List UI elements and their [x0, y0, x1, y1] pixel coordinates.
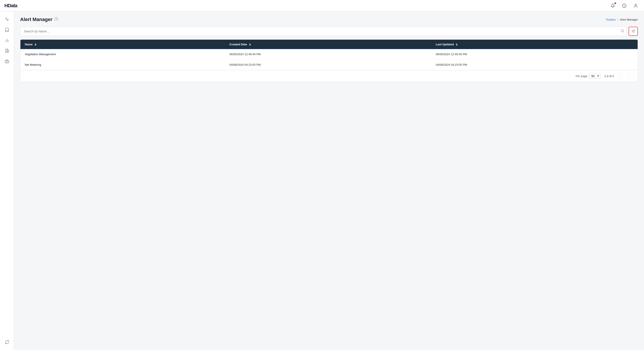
breadcrumb: Toolbox > Alert Manager [606, 18, 638, 21]
user-icon [634, 3, 638, 8]
per-page-label: Per page: [576, 74, 588, 78]
table-row[interactable]: Vegetation Management 06/06/2024 12:49:4… [20, 49, 638, 60]
notification-badge [614, 2, 616, 4]
alerts-table: Name Created Date [20, 40, 638, 70]
pagination-range: 1-2 of 2 [604, 74, 614, 78]
header-right [609, 2, 640, 10]
notifications-button[interactable] [609, 2, 617, 10]
bar-chart-icon [5, 38, 9, 42]
cell-created-date: 04/08/2024 04:23:05 PM [225, 60, 431, 70]
table-header-row: Name Created Date [20, 40, 638, 49]
sidebar-item-arrows[interactable] [3, 338, 12, 347]
user-button[interactable] [632, 2, 640, 10]
table-row[interactable]: Net Metering 04/08/2024 04:23:05 PM 04/0… [20, 60, 638, 70]
cell-name: Net Metering [20, 60, 225, 70]
cell-name: Vegetation Management [20, 49, 225, 60]
pagination-next-button[interactable]: › [627, 73, 633, 79]
sidebar-item-book[interactable] [3, 25, 12, 34]
search-button[interactable] [621, 29, 624, 33]
column-last-updated[interactable]: Last Updated [431, 40, 638, 49]
svg-rect-9 [5, 60, 9, 63]
document-icon [5, 49, 9, 53]
svg-line-13 [623, 31, 624, 32]
sidebar [0, 11, 14, 350]
breadcrumb-separator: > [617, 18, 619, 21]
breadcrumb-current: Alert Manager [620, 18, 638, 21]
sidebar-item-document[interactable] [3, 46, 12, 55]
help-icon[interactable] [54, 17, 58, 22]
sort-icon-created-date [249, 43, 251, 46]
svg-point-3 [635, 4, 636, 5]
breadcrumb-parent[interactable]: Toolbox [606, 18, 616, 21]
search-bar-row [20, 27, 638, 36]
per-page-dropdown[interactable]: 50 25 100 [590, 74, 601, 79]
column-name[interactable]: Name [20, 40, 225, 49]
pagination-prev-button[interactable]: ‹ [618, 73, 624, 79]
cell-last-updated: 06/06/2024 12:49:40 PM [431, 49, 638, 60]
info-button[interactable] [620, 2, 628, 10]
sidebar-item-bar-chart[interactable] [3, 36, 12, 45]
arrows-icon [5, 340, 9, 344]
cell-last-updated: 04/08/2024 04:23:05 PM [431, 60, 638, 70]
sidebar-item-analytics[interactable] [3, 15, 12, 24]
app-body: Alert Manager Toolbox > Alert Manager [0, 11, 644, 350]
sort-icon-last-updated [456, 43, 458, 46]
sort-icon-name [35, 43, 36, 46]
search-icon [621, 29, 624, 33]
briefcase-icon [5, 59, 9, 63]
sidebar-item-briefcase[interactable] [3, 57, 12, 66]
column-created-date[interactable]: Created Date [225, 40, 431, 49]
top-header: HData [0, 0, 644, 11]
search-input[interactable] [20, 27, 626, 36]
page-title: Alert Manager [20, 17, 52, 22]
info-icon [622, 3, 626, 8]
chart-line-icon [5, 17, 9, 21]
per-page-select: Per page: 50 25 100 [576, 74, 601, 79]
create-alert-button[interactable] [629, 27, 638, 36]
cell-created-date: 06/06/2024 12:49:40 PM [225, 49, 431, 60]
page-title-group: Alert Manager [20, 17, 58, 22]
book-icon [5, 28, 9, 32]
main-content: Alert Manager Toolbox > Alert Manager [14, 11, 644, 350]
table-footer: Per page: 50 25 100 1-2 of 2 ‹ › [20, 70, 638, 82]
page-header: Alert Manager Toolbox > Alert Manager [20, 17, 638, 22]
megaphone-icon [631, 29, 635, 33]
search-wrapper [20, 27, 626, 36]
table-container: Name Created Date [20, 39, 638, 82]
logo: HData [4, 3, 17, 8]
